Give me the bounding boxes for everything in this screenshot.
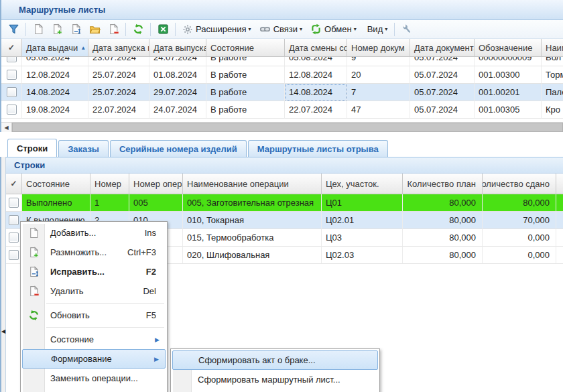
rows-column-header[interactable]: Состояние: [22, 174, 90, 194]
delete-button[interactable]: [104, 21, 123, 38]
table-cell[interactable]: Кро: [542, 101, 563, 119]
table-cell[interactable]: 24.07.2024: [149, 101, 206, 119]
row-checkbox[interactable]: [7, 105, 17, 115]
open-button[interactable]: [85, 21, 104, 38]
route-sheets-column-header[interactable]: Наим: [542, 39, 563, 56]
table-cell[interactable]: [556, 247, 563, 264]
route-sheets-row[interactable]: 05.08.202423.07.202424.07.2024В работе05…: [1, 57, 563, 66]
route-sheets-column-header[interactable]: Дата запуска п: [88, 39, 149, 56]
filter-button[interactable]: [4, 21, 23, 38]
row-checkbox[interactable]: [7, 70, 17, 80]
context-menu-item[interactable]: Формирование▶: [22, 349, 166, 369]
table-cell[interactable]: 22.07.2024: [285, 101, 347, 119]
table-cell[interactable]: 80,000: [403, 194, 483, 212]
table-cell[interactable]: 01.08.2024: [149, 66, 206, 84]
scrollbar-thumb[interactable]: [12, 123, 563, 132]
row-checkbox[interactable]: [9, 233, 19, 243]
panel-splitter[interactable]: ◀: [1, 157, 6, 392]
rows-column-header[interactable]: Номер: [90, 174, 129, 194]
table-cell[interactable]: 05.07.2024: [410, 66, 475, 84]
route-sheets-row[interactable]: 14.08.202425.07.202429.07.2024В работе14…: [1, 84, 563, 101]
table-cell[interactable]: Вол: [542, 57, 563, 66]
table-cell[interactable]: 70,000: [483, 212, 556, 229]
route-sheets-column-header[interactable]: Дата выпуска п: [149, 39, 206, 56]
table-cell[interactable]: 001.00300: [475, 66, 542, 84]
table-cell[interactable]: 80,000: [403, 247, 483, 264]
refresh-button[interactable]: [129, 21, 147, 38]
route-sheets-column-header[interactable]: Дата смены сос: [285, 39, 347, 56]
table-cell[interactable]: 05.07.2024: [410, 101, 475, 119]
table-cell[interactable]: 001.00201: [475, 84, 542, 101]
table-cell[interactable]: 24.07.2024: [149, 57, 206, 66]
table-cell[interactable]: 05.08.2024: [285, 57, 347, 66]
table-cell[interactable]: Выполнено: [22, 194, 90, 212]
table-cell[interactable]: 010, Токарная: [183, 212, 322, 229]
context-menu-item[interactable]: УдалитьDel: [22, 281, 166, 301]
table-cell[interactable]: Ц03: [322, 229, 403, 247]
table-cell[interactable]: В работе: [206, 66, 285, 84]
table-cell[interactable]: 005: [129, 194, 183, 212]
table-cell[interactable]: 0,000: [483, 247, 556, 264]
extensions-menu-button[interactable]: Расширения▾: [178, 21, 255, 38]
context-menu-item[interactable]: ОбновитьF5: [22, 306, 166, 325]
table-cell[interactable]: Ц02.03: [322, 247, 403, 264]
table-cell[interactable]: 00000000009: [475, 57, 542, 66]
row-checkbox[interactable]: [7, 87, 17, 97]
table-cell[interactable]: 12.08.2024: [285, 66, 347, 84]
rows-column-header[interactable]: Количество план: [403, 174, 483, 194]
route-sheets-column-header[interactable]: Номер докум: [347, 39, 410, 56]
row-checkbox[interactable]: [9, 250, 19, 260]
view-menu-button[interactable]: Вид▾: [361, 21, 392, 38]
rows-column-header[interactable]: ✓: [6, 174, 22, 194]
exchange-menu-button[interactable]: Обмен▾: [306, 21, 361, 38]
table-cell[interactable]: 020, Шлифовальная: [183, 247, 322, 264]
context-menu-item[interactable]: Заменить операции...: [22, 369, 166, 388]
scroll-left-button[interactable]: ◀: [1, 123, 12, 132]
excel-export-button[interactable]: [153, 21, 172, 38]
context-menu-item[interactable]: Исправить...F2: [22, 262, 166, 281]
settings-button[interactable]: [397, 21, 416, 38]
route-sheets-row[interactable]: 19.08.202422.07.202424.07.2024В работе22…: [1, 101, 563, 119]
table-cell[interactable]: 25.07.2024: [88, 84, 149, 101]
table-cell[interactable]: Ц01: [322, 194, 403, 212]
table-cell[interactable]: 05.07.2024: [410, 57, 475, 66]
context-menu-item[interactable]: Состояние▶: [22, 330, 166, 349]
context-menu-item[interactable]: Сформировать акт о браке...: [172, 350, 378, 370]
table-cell[interactable]: 19.08.2024: [22, 101, 88, 119]
table-cell[interactable]: 14.08.2024: [285, 84, 347, 101]
tab-строки[interactable]: Строки: [7, 139, 57, 157]
context-menu-item[interactable]: Добавить...Ins: [22, 223, 166, 243]
table-cell[interactable]: 20: [347, 66, 410, 84]
table-cell[interactable]: [556, 229, 563, 247]
rows-column-header[interactable]: Количество сдано: [483, 174, 556, 194]
table-cell[interactable]: 05.08.2024: [22, 57, 88, 66]
table-cell[interactable]: 80,000: [483, 194, 556, 212]
route-sheets-column-header[interactable]: Дата выдачи▲: [22, 39, 88, 56]
row-checkbox[interactable]: [9, 198, 19, 208]
table-cell[interactable]: Ц02.01: [322, 212, 403, 229]
table-cell[interactable]: 12.08.2024: [22, 66, 88, 84]
rows-column-header[interactable]: [556, 174, 563, 194]
route-sheets-column-header[interactable]: ✓: [1, 39, 22, 56]
tab-маршрутные-листы-отрыва[interactable]: Маршрутные листы отрыва: [248, 140, 388, 157]
route-sheets-row[interactable]: 12.08.202425.07.202401.08.2024В работе12…: [1, 66, 563, 84]
table-cell[interactable]: 1: [90, 194, 129, 212]
table-cell[interactable]: В работе: [206, 57, 285, 66]
rows-column-header[interactable]: Номер опера: [129, 174, 183, 194]
copy-button[interactable]: [48, 21, 66, 38]
route-sheets-column-header[interactable]: Обозначение: [475, 39, 542, 56]
horizontal-scrollbar[interactable]: ◀: [1, 122, 563, 132]
table-cell[interactable]: 80,000: [403, 229, 483, 247]
table-cell[interactable]: 47: [347, 101, 410, 119]
links-menu-button[interactable]: Связи▾: [255, 21, 306, 38]
table-cell[interactable]: 05.07.2024: [410, 84, 475, 101]
table-cell[interactable]: 005, Заготовительная отрезная: [183, 194, 322, 212]
table-cell[interactable]: 25.07.2024: [88, 66, 149, 84]
table-cell[interactable]: 0,000: [483, 229, 556, 247]
table-cell[interactable]: Пале: [542, 84, 563, 101]
table-cell[interactable]: 23.07.2024: [88, 57, 149, 66]
table-cell[interactable]: 29.07.2024: [149, 84, 206, 101]
table-cell[interactable]: [556, 212, 563, 229]
rows-column-header[interactable]: Цех, участок.: [322, 174, 403, 194]
route-sheets-column-header[interactable]: Дата документа: [410, 39, 475, 56]
